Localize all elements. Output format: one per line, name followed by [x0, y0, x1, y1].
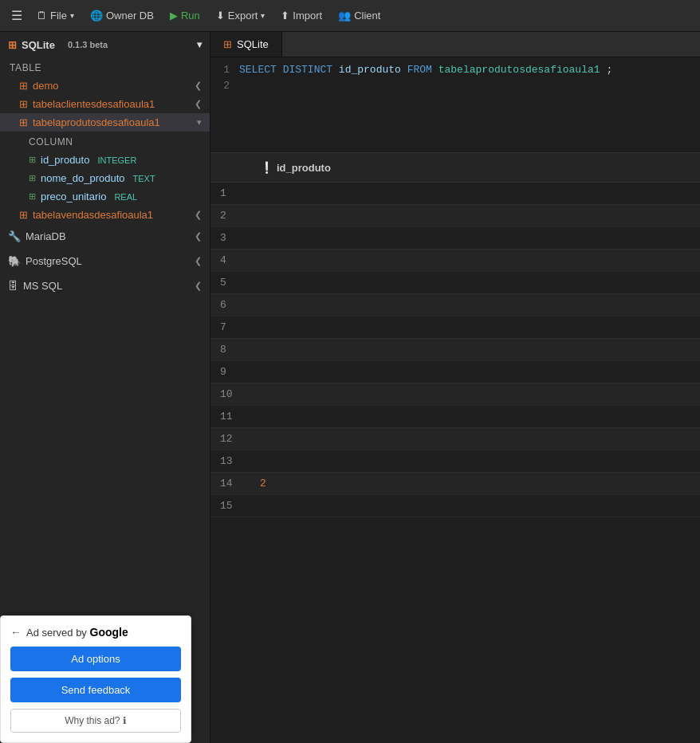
- postgresql-chevron: ❮: [195, 256, 202, 266]
- column-preco-unitario[interactable]: ⊞ preco_unitario REAL: [0, 187, 210, 206]
- client-icon: 👥: [338, 10, 351, 22]
- code-line-2: 2: [210, 80, 700, 96]
- export-label: Export: [228, 10, 258, 22]
- row-number: 1: [210, 184, 250, 202]
- table-icon-demo: ⊞: [19, 80, 28, 92]
- line-number-1: 1: [210, 64, 239, 76]
- mssql-chevron: ❮: [195, 281, 202, 291]
- table-row: 9: [210, 361, 700, 383]
- row-number: 10: [210, 385, 250, 403]
- table-tabelaprodutos[interactable]: ⊞ tabelaprodutosdesafioaula1 ▾: [0, 113, 210, 132]
- results-header: ❕ id_produto: [210, 153, 700, 183]
- editor-tabs: ⊞ SQLite: [210, 32, 700, 57]
- results-area: ❕ id_produto 1 2 3 4 5 6 7 8 9 10 11: [210, 153, 700, 743]
- sqlite-version: 0.1.3 beta: [63, 38, 112, 51]
- row-cell: [250, 257, 269, 264]
- export-icon: ⬇: [216, 10, 225, 22]
- mariadb-section[interactable]: 🔧 MariaDB ❮: [0, 224, 210, 249]
- column-preco-unitario-name: preco_unitario: [41, 191, 106, 202]
- row-number: 2: [210, 206, 250, 225]
- column-id-produto[interactable]: ⊞ id_produto INTEGER: [0, 151, 210, 169]
- sqlite-label: SQLite: [22, 39, 55, 51]
- table-row: 8: [210, 339, 700, 361]
- table-demo[interactable]: ⊞ demo ❮: [0, 77, 210, 95]
- table-tabelaprodutos-chevron: ▾: [197, 117, 202, 128]
- why-this-ad-label: Why this ad?: [65, 715, 120, 726]
- column-nome-produto[interactable]: ⊞ nome_do_produto TEXT: [0, 169, 210, 187]
- column-id-produto-name: id_produto: [41, 154, 89, 166]
- row-cell: [250, 235, 269, 242]
- row-cell: [250, 414, 269, 420]
- why-info-icon: ℹ: [123, 715, 127, 726]
- sqlite-header[interactable]: ⊞ SQLite 0.1.3 beta ▾: [0, 32, 210, 57]
- table-tabelavendas[interactable]: ⊞ tabelavendasdesafioaula1 ❮: [0, 206, 210, 224]
- run-label: Run: [181, 10, 200, 22]
- toolbar: ☰ 🗒 File ▾ 🌐 Owner DB ▶ Run ⬇ Export ▾ ⬆…: [0, 0, 700, 32]
- ad-back-button[interactable]: ←: [10, 626, 22, 639]
- column-section-label: Column: [0, 132, 210, 151]
- row-cell: [250, 347, 269, 353]
- table-tabelaclientes-name: tabelaclientesdesafioaula1: [33, 98, 155, 110]
- table-row: 3: [210, 227, 700, 250]
- column-icon-nome-produto: ⊞: [29, 173, 36, 183]
- file-label: File: [50, 10, 67, 22]
- code-content-1: SELECT DISTINCT id_produto FROM tabelapr…: [239, 64, 612, 76]
- postgresql-section[interactable]: 🐘 PostgreSQL ❮: [0, 249, 210, 273]
- row-number: 8: [210, 340, 250, 359]
- row-cell: [250, 280, 269, 286]
- file-dropdown-arrow: ▾: [70, 11, 74, 20]
- row-number: 6: [210, 296, 250, 314]
- kw-select: SELECT: [239, 64, 277, 76]
- row-number: 5: [210, 273, 250, 292]
- table-row: 11: [210, 406, 700, 428]
- client-button[interactable]: 👥 Client: [332, 6, 387, 25]
- table-demo-name: demo: [33, 80, 59, 92]
- table-tabelavendas-chevron: ❮: [195, 210, 202, 220]
- table-tabelavendas-name: tabelavendasdesafioaula1: [33, 209, 153, 221]
- table-ref: tabelaprodutosdesafioaula1: [438, 64, 600, 76]
- sqlite-section: ⊞ SQLite 0.1.3 beta ▾ Table ⊞ demo ❮ ⊞ t…: [0, 32, 210, 224]
- send-feedback-button[interactable]: Send feedback: [10, 678, 181, 702]
- main-layout: ⊞ SQLite 0.1.3 beta ▾ Table ⊞ demo ❮ ⊞ t…: [0, 32, 700, 743]
- table-tabelaprodutos-name: tabelaprodutosdesafioaula1: [33, 116, 160, 128]
- table-icon-tabelavendas: ⊞: [19, 209, 28, 221]
- results-col-header-id: ❕ id_produto: [250, 158, 340, 177]
- row-cell: [250, 458, 269, 465]
- row-cell: [250, 191, 269, 197]
- table-row: 1: [210, 183, 700, 205]
- table-tabelaclientes-chevron: ❮: [195, 99, 202, 109]
- table-row: 13: [210, 450, 700, 473]
- file-menu-button[interactable]: 🗒 File ▾: [30, 6, 81, 25]
- code-line-1: 1 SELECT DISTINCT id_produto FROM tabela…: [210, 64, 700, 80]
- tab-sqlite[interactable]: ⊞ SQLite: [210, 32, 282, 57]
- mssql-icon: 🗄: [8, 280, 18, 292]
- kw-distinct: DISTINCT: [283, 64, 332, 76]
- ad-served-text: Ad served by: [26, 627, 87, 639]
- mariadb-chevron: ❮: [195, 231, 202, 242]
- ad-options-button[interactable]: Ad options: [10, 647, 181, 671]
- table-row: 12: [210, 428, 700, 450]
- row-cell: [250, 302, 269, 309]
- why-this-ad-button[interactable]: Why this ad? ℹ: [10, 709, 181, 733]
- table-tabelaclientes[interactable]: ⊞ tabelaclientesdesafioaula1 ❮: [0, 95, 210, 113]
- results-col-header-label: id_produto: [277, 162, 331, 174]
- table-demo-chevron: ❮: [195, 81, 202, 91]
- import-button[interactable]: ⬆ Import: [274, 6, 328, 25]
- export-button[interactable]: ⬇ Export ▾: [210, 6, 272, 25]
- table-row: 15: [210, 495, 700, 517]
- line-number-2: 2: [210, 80, 239, 92]
- results-body: 1 2 3 4 5 6 7 8 9 10 11 12 13 14 2: [210, 183, 700, 517]
- row-number: 7: [210, 318, 250, 336]
- kw-from: FROM: [407, 64, 432, 76]
- ownerdb-button[interactable]: 🌐 Owner DB: [84, 6, 160, 25]
- row-cell: [250, 436, 269, 442]
- ownerdb-label: Owner DB: [106, 10, 154, 22]
- run-button[interactable]: ▶ Run: [163, 6, 206, 25]
- ad-overlay: ← Ad served by Google Ad options Send fe…: [0, 615, 191, 743]
- ad-served-container: ← Ad served by Google: [10, 626, 181, 639]
- menu-button[interactable]: ☰: [6, 5, 27, 26]
- code-editor[interactable]: 1 SELECT DISTINCT id_produto FROM tabela…: [210, 57, 700, 153]
- row-cell: [250, 324, 269, 331]
- mssql-section[interactable]: 🗄 MS SQL ❮: [0, 273, 210, 298]
- column-icon-id-produto: ⊞: [29, 155, 36, 165]
